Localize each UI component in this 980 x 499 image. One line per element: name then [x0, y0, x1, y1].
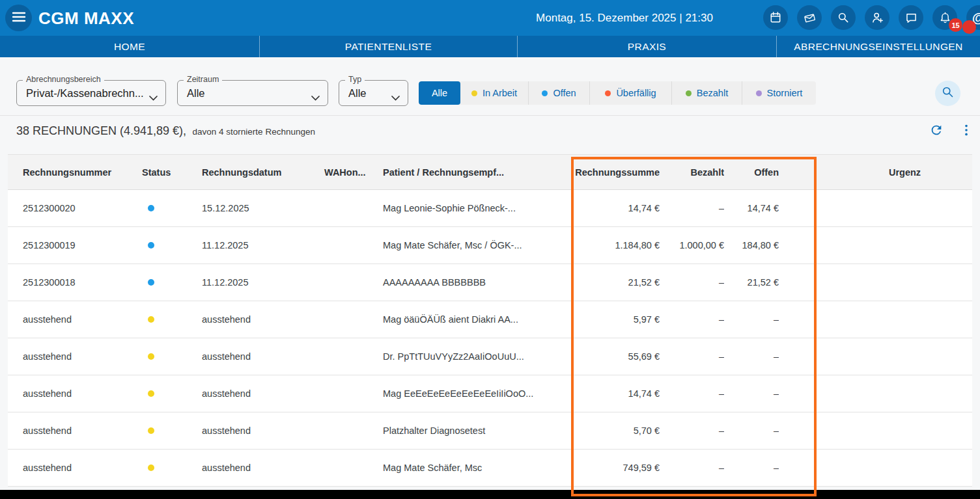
status-dot-icon	[686, 90, 692, 96]
calendar-button[interactable]	[763, 5, 788, 30]
table-body: 251230002015.12.2025Mag Leonie-Sophie Pö…	[8, 190, 972, 487]
status-chip-berf-llig[interactable]: Überfällig	[590, 81, 672, 105]
col-header-patient[interactable]: Patient / Rechnungsempf...	[368, 167, 572, 178]
table-row[interactable]: ausstehendausstehendMag Mate Schäfer, Ms…	[8, 450, 972, 487]
cell-rechnungsdatum: ausstehend	[187, 463, 309, 473]
topbar-icon-group: 15 @	[763, 5, 980, 30]
cell-rechnungsnummer: ausstehend	[8, 314, 127, 325]
nav-tab-home[interactable]: HOME	[0, 36, 260, 57]
invoice-summary-title: 38 RECHNUNGEN (4.941,89 €),	[16, 124, 186, 137]
col-header-rechnungsdatum[interactable]: Rechnungsdatum	[187, 167, 309, 178]
zeitraum-value: Alle	[187, 81, 205, 105]
status-chip-label: Offen	[553, 88, 576, 98]
col-header-rechnungssumme[interactable]: Rechnungssumme	[572, 167, 660, 178]
abrechnungsbereich-value: Privat-/Kassenabrechn...	[26, 81, 144, 105]
hamburger-icon	[12, 11, 26, 25]
mentions-badge	[962, 20, 976, 34]
cell-patient: Platzhalter Diagnosetest	[368, 425, 572, 436]
cell-rechnungsnummer: ausstehend	[8, 425, 127, 436]
cell-offen: –	[724, 314, 779, 325]
cell-offen: –	[724, 463, 779, 473]
status-chip-in-arbeit[interactable]: In Arbeit	[460, 81, 529, 105]
status-dot-icon	[148, 390, 154, 397]
cell-offen: –	[724, 388, 779, 399]
table-row[interactable]: ausstehendausstehendMag EeEeEeEeEeEeEeEe…	[8, 375, 972, 412]
table-row[interactable]: 251230001911.12.2025Mag Mate Schäfer, Ms…	[8, 227, 972, 264]
typ-select[interactable]: Typ Alle	[339, 80, 408, 106]
table-row[interactable]: ausstehendausstehendMag öäüÖÄÜß aient Di…	[8, 301, 972, 338]
nav-tab-abrechnungseinstellungen[interactable]: ABRECHNUNGSEINSTELLUNGEN	[777, 36, 980, 57]
search-topbar-button[interactable]	[831, 5, 856, 30]
status-chip-offen[interactable]: Offen	[529, 81, 590, 105]
cell-patient: AAAAAAAAA BBBBBBB	[368, 277, 572, 288]
table-row[interactable]: 251230001811.12.2025AAAAAAAAA BBBBBBB21,…	[8, 264, 972, 301]
status-dot-icon	[148, 205, 154, 211]
search-icon	[837, 11, 850, 24]
status-dot-icon	[471, 90, 477, 96]
invoice-summary: 38 RECHNUNGEN (4.941,89 €), davon 4 stor…	[16, 124, 315, 138]
cell-patient: Mag öäüÖÄÜß aient Diakri AA...	[368, 314, 572, 325]
hamburger-menu-button[interactable]	[5, 5, 32, 31]
cell-rechnungsdatum: ausstehend	[187, 425, 309, 436]
mail-icon	[803, 11, 817, 25]
table-row[interactable]: 251230002015.12.2025Mag Leonie-Sophie Pö…	[8, 190, 972, 227]
mentions-button[interactable]: @	[966, 5, 980, 30]
nav-tab-praxis[interactable]: PRAXIS	[518, 36, 777, 57]
search-icon	[941, 85, 955, 101]
cell-bezahlt: –	[660, 277, 724, 288]
status-chip-alle[interactable]: Alle	[419, 81, 460, 105]
cell-rechnungsdatum: ausstehend	[187, 351, 309, 362]
mail-button[interactable]	[797, 5, 822, 30]
add-patient-button[interactable]	[865, 5, 889, 30]
table-header-row: Rechnungsnummer Status Rechnungsdatum WA…	[8, 155, 972, 190]
main-nav: HOMEPATIENTENLISTEPRAXISABRECHNUNGSEINST…	[0, 36, 980, 57]
abrechnungsbereich-select[interactable]: Abrechnungsbereich Privat-/Kassenabrechn…	[16, 80, 166, 106]
table-row[interactable]: ausstehendausstehendPlatzhalter Diagnose…	[8, 412, 972, 450]
col-header-urgenz[interactable]: Urgenz	[779, 167, 972, 178]
more-vertical-icon	[959, 123, 973, 140]
cell-patient: Mag Leonie-Sophie Pößneck-...	[368, 203, 572, 213]
cell-rechnungsnummer: 2512300018	[8, 277, 127, 288]
chevron-down-icon	[311, 92, 320, 103]
status-filter-bar: AlleIn ArbeitOffenÜberfälligBezahltStorn…	[419, 81, 816, 105]
cell-patient: Mag Mate Schäfer, Msc / ÖGK-...	[368, 240, 572, 250]
notifications-button[interactable]: 15	[932, 5, 957, 30]
cell-rechnungsdatum: 15.12.2025	[187, 203, 309, 213]
status-chip-storniert[interactable]: Storniert	[742, 81, 816, 105]
cell-rechnungssumme: 55,69 €	[572, 351, 660, 362]
cell-rechnungsnummer: ausstehend	[8, 388, 127, 399]
app-title: CGM MAXX	[38, 8, 134, 29]
status-dot-icon	[756, 90, 762, 96]
cell-status	[127, 351, 187, 362]
table-search-button[interactable]	[935, 81, 960, 106]
refresh-button[interactable]	[929, 124, 944, 139]
cell-rechnungsdatum: ausstehend	[187, 388, 309, 399]
cell-bezahlt: –	[660, 463, 724, 473]
status-dot-icon	[605, 90, 611, 96]
col-header-status[interactable]: Status	[127, 167, 187, 178]
nav-tab-patientenliste[interactable]: PATIENTENLISTE	[260, 36, 518, 57]
col-header-rechnungsnummer[interactable]: Rechnungsnummer	[8, 167, 127, 178]
col-header-bezahlt[interactable]: Bezahlt	[660, 167, 724, 178]
cell-bezahlt: –	[660, 351, 724, 362]
chat-button[interactable]	[899, 5, 923, 30]
more-options-button[interactable]	[959, 124, 974, 139]
cell-status	[127, 277, 187, 288]
datetime-display: Montag, 15. Dezember 2025 | 21:30	[536, 0, 713, 36]
app-window: CGM MAXX Montag, 15. Dezember 2025 | 21:…	[0, 0, 980, 499]
cell-bezahlt: –	[660, 425, 724, 436]
cell-patient: Dr. PpTtTUuVYyZz2AaIiOoUuU...	[368, 351, 572, 362]
chevron-down-icon	[391, 92, 400, 103]
table-row[interactable]: ausstehendausstehendDr. PpTtTUuVYyZz2AaI…	[8, 338, 972, 375]
chevron-down-icon	[149, 92, 158, 103]
typ-value: Alle	[348, 81, 367, 105]
cell-rechnungsnummer: ausstehend	[8, 463, 127, 473]
cell-patient: Mag Mate Schäfer, Msc	[368, 463, 572, 473]
status-chip-label: Storniert	[767, 88, 803, 98]
col-header-offen[interactable]: Offen	[724, 167, 779, 178]
status-chip-bezahlt[interactable]: Bezahlt	[672, 81, 742, 105]
refresh-icon	[929, 123, 944, 140]
col-header-wahonorar[interactable]: WAHon...	[309, 167, 368, 178]
zeitraum-select[interactable]: Zeitraum Alle	[177, 80, 328, 106]
bottom-black-bar	[0, 490, 980, 499]
